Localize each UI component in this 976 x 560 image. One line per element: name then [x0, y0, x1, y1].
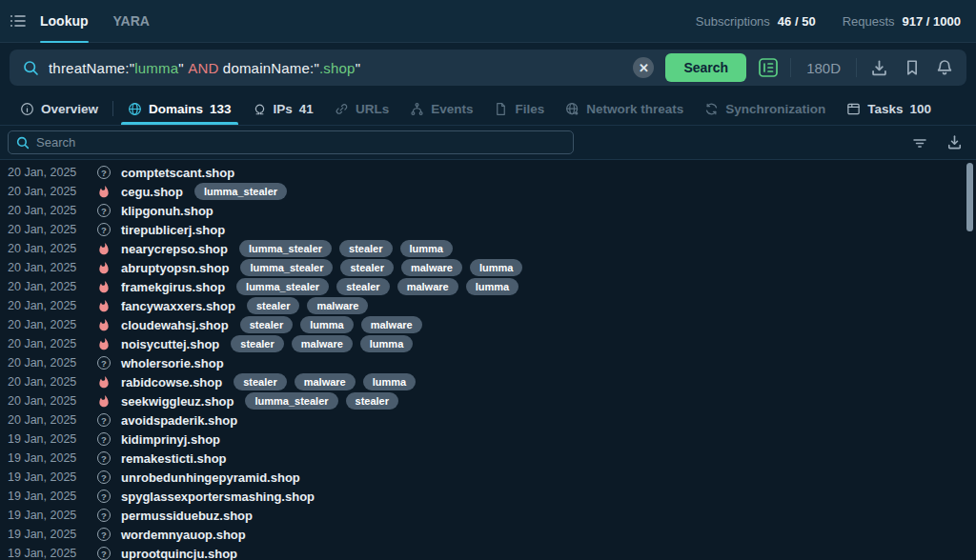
query-builder-icon[interactable]: [758, 57, 779, 78]
table-row[interactable]: 20 Jan, 2025?wholersorie.shop: [0, 353, 976, 372]
table-row[interactable]: 20 Jan, 2025?klipgonuh.shop: [0, 201, 976, 220]
fire-icon: [97, 261, 111, 275]
row-domain[interactable]: uprootquincju.shop: [121, 547, 237, 560]
tag[interactable]: lumma_stealer: [240, 259, 333, 275]
tag[interactable]: stealer: [231, 335, 283, 351]
tab-domains[interactable]: Domains133: [117, 92, 242, 125]
filter-search-box[interactable]: [8, 130, 574, 154]
table-row[interactable]: 20 Jan, 2025?tirepublicerj.shop: [0, 220, 976, 239]
row-domain[interactable]: spyglassexportersmashing.shop: [121, 490, 315, 504]
row-date: 20 Jan, 2025: [8, 280, 88, 293]
download-icon[interactable]: [868, 57, 890, 79]
tag[interactable]: stealer: [240, 316, 293, 332]
row-domain[interactable]: klipgonuh.shop: [121, 204, 214, 218]
tag[interactable]: lumma: [300, 316, 353, 332]
row-domain[interactable]: remakesticti.shop: [121, 451, 227, 466]
tab-ips[interactable]: IPs41: [242, 92, 324, 125]
filter-search-input[interactable]: [36, 135, 565, 150]
tag[interactable]: stealer: [339, 240, 392, 256]
row-domain[interactable]: framekgirus.shop: [121, 280, 225, 294]
row-domain[interactable]: noisycuttej.shop: [121, 337, 219, 351]
nav-tab-yara[interactable]: YARA: [113, 0, 150, 43]
table-row[interactable]: 19 Jan, 2025?unrobedunhingepyramid.shop: [0, 468, 976, 487]
period-selector[interactable]: 180D: [803, 60, 844, 76]
row-domain[interactable]: abruptyopsn.shop: [121, 261, 229, 275]
table-row[interactable]: 20 Jan, 2025abruptyopsn.shoplumma_steale…: [0, 258, 976, 277]
tag[interactable]: lumma_stealer: [236, 278, 329, 294]
tag[interactable]: lumma_stealer: [239, 240, 332, 256]
tag[interactable]: lumma_stealer: [245, 392, 337, 409]
scrollbar-thumb[interactable]: [966, 163, 973, 231]
question-icon: ?: [97, 547, 111, 560]
table-row[interactable]: 20 Jan, 2025fancywaxxers.shopstealermalw…: [0, 296, 976, 315]
table-row[interactable]: 19 Jan, 2025?remakesticti.shop: [0, 449, 976, 468]
row-domain[interactable]: seekwiggleuz.shop: [121, 394, 234, 409]
row-domain[interactable]: cloudewahsj.shop: [121, 318, 229, 332]
row-domain[interactable]: permussiduebuz.shop: [121, 509, 253, 523]
row-domain[interactable]: wordemnyauop.shop: [121, 528, 246, 542]
row-domain[interactable]: fancywaxxers.shop: [121, 299, 235, 313]
tag[interactable]: lumma: [470, 259, 522, 275]
tag[interactable]: malware: [307, 297, 368, 313]
table-row[interactable]: 20 Jan, 2025cloudewahsj.shopstealerlumma…: [0, 315, 976, 334]
table-row[interactable]: 20 Jan, 2025rabidcowse.shopstealermalwar…: [0, 372, 976, 391]
tag[interactable]: stealer: [247, 297, 299, 313]
bell-icon[interactable]: [934, 57, 955, 78]
table-row[interactable]: 19 Jan, 2025?wordemnyauop.shop: [0, 525, 976, 544]
tab-ips-count: 41: [299, 102, 314, 116]
tag[interactable]: malware: [397, 278, 458, 294]
tag[interactable]: stealer: [336, 278, 389, 294]
fire-icon: [97, 337, 111, 351]
tab-overview[interactable]: Overview: [10, 92, 109, 125]
table-row[interactable]: 20 Jan, 2025noisycuttej.shopstealermalwa…: [0, 334, 976, 353]
tag[interactable]: stealer: [234, 373, 286, 390]
filter-icon[interactable]: [910, 134, 929, 151]
tab-tasks[interactable]: Tasks100: [836, 92, 942, 125]
table-row[interactable]: 20 Jan, 2025?avoidspaderik.shop: [0, 410, 976, 430]
table-row[interactable]: 19 Jan, 2025?uprootquincju.shop: [0, 544, 976, 560]
menu-list-icon[interactable]: [10, 13, 27, 29]
download-icon[interactable]: [945, 132, 965, 152]
table-row[interactable]: 20 Jan, 2025?comptetscant.shop: [0, 163, 976, 182]
row-domain[interactable]: rabidcowse.shop: [121, 375, 222, 390]
table-row[interactable]: 20 Jan, 2025cegu.shoplumma_stealer: [0, 182, 976, 201]
query-input[interactable]: threatName:"lumma" AND domainName:".shop…: [49, 60, 360, 76]
tag[interactable]: lumma: [466, 278, 518, 294]
table-row[interactable]: 19 Jan, 2025?spyglassexportersmashing.sh…: [0, 487, 976, 506]
tag[interactable]: stealer: [340, 259, 393, 275]
tag[interactable]: malware: [295, 373, 356, 390]
row-domain[interactable]: wholersorie.shop: [121, 356, 224, 370]
row-domain[interactable]: unrobedunhingepyramid.shop: [121, 470, 300, 485]
row-domain[interactable]: kidimprinyj.shop: [121, 432, 220, 447]
table-row[interactable]: 20 Jan, 2025framekgirus.shoplumma_steale…: [0, 277, 976, 296]
tag[interactable]: lumma: [360, 335, 413, 351]
urls-icon: [335, 102, 349, 116]
tag[interactable]: malware: [401, 259, 462, 275]
clear-query-button[interactable]: ✕: [633, 57, 654, 78]
bookmark-icon[interactable]: [902, 57, 923, 78]
row-domain[interactable]: nearycrepso.shop: [121, 242, 228, 256]
table-row[interactable]: 20 Jan, 2025seekwiggleuz.shoplumma_steal…: [0, 391, 976, 410]
row-tags: lumma_stealerstealerlumma: [239, 240, 453, 256]
search-button[interactable]: Search: [665, 53, 746, 82]
row-domain[interactable]: comptetscant.shop: [121, 166, 234, 180]
row-tags: lumma_stealer: [194, 183, 287, 199]
row-status: ?: [93, 528, 114, 541]
tag[interactable]: malware: [361, 316, 422, 332]
table-row[interactable]: 20 Jan, 2025nearycrepso.shoplumma_steale…: [0, 239, 976, 258]
tag[interactable]: malware: [292, 335, 353, 351]
nav-tab-lookup[interactable]: Lookup: [40, 0, 89, 43]
row-date: 19 Jan, 2025: [8, 547, 88, 560]
row-domain[interactable]: avoidspaderik.shop: [121, 413, 237, 428]
row-domain[interactable]: tirepublicerj.shop: [121, 223, 225, 237]
tag[interactable]: lumma_stealer: [194, 183, 287, 199]
tag[interactable]: stealer: [346, 392, 398, 409]
table-row[interactable]: 19 Jan, 2025?kidimprinyj.shop: [0, 430, 976, 449]
tag[interactable]: lumma: [363, 373, 416, 390]
row-date: 20 Jan, 2025: [8, 413, 88, 427]
row-date: 20 Jan, 2025: [8, 337, 88, 350]
table-row[interactable]: 19 Jan, 2025?permussiduebuz.shop: [0, 506, 976, 525]
row-domain[interactable]: cegu.shop: [121, 185, 183, 199]
tag[interactable]: lumma: [400, 240, 453, 256]
query-bar[interactable]: threatName:"lumma" AND domainName:".shop…: [10, 50, 966, 86]
